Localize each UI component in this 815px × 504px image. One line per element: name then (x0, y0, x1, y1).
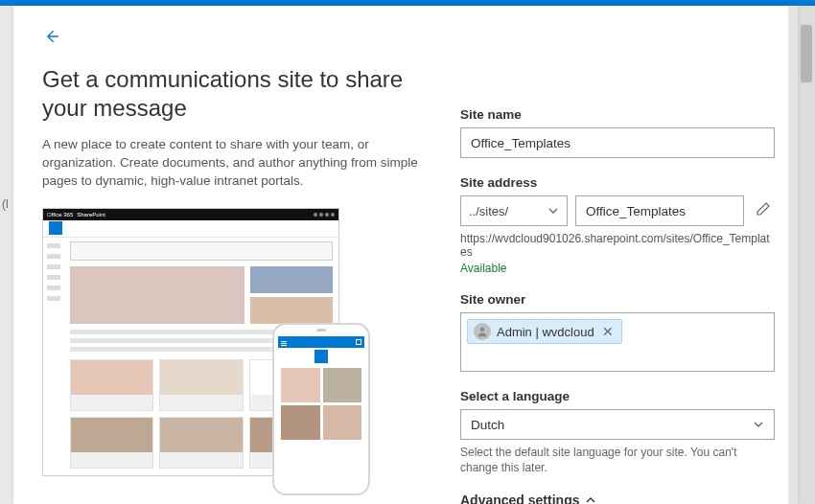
person-icon (474, 323, 491, 340)
advanced-settings-label: Advanced settings (460, 493, 579, 504)
remove-owner-button[interactable]: ✕ (600, 324, 616, 339)
site-address-input[interactable] (575, 195, 744, 226)
language-hint: Select the default site language for you… (460, 445, 775, 475)
preview-phone (272, 323, 370, 495)
owner-name: Admin | wvdcloud (497, 325, 594, 339)
create-site-panel: Get a communications site to share your … (13, 6, 798, 504)
site-name-label: Site name (460, 107, 775, 122)
back-button[interactable] (42, 27, 61, 46)
svg-point-0 (480, 328, 485, 332)
chevron-up-icon (585, 494, 596, 504)
site-address-label: Site address (460, 175, 775, 190)
owner-chip: Admin | wvdcloud ✕ (467, 319, 622, 344)
page-description: A new place to create content to share w… (42, 136, 426, 191)
site-owner-label: Site owner (460, 292, 775, 307)
chevron-down-icon (547, 205, 559, 217)
language-value: Dutch (471, 418, 504, 432)
chevron-down-icon (753, 419, 764, 430)
page-title: Get a communications site to share your … (42, 65, 426, 123)
scrollbar-vertical[interactable] (798, 6, 815, 504)
edit-address-button[interactable] (752, 197, 775, 224)
arrow-left-icon (42, 27, 61, 46)
pencil-icon (756, 201, 771, 217)
site-address-prefix-dropdown[interactable]: ../sites/ (460, 195, 568, 226)
site-preview-illustration: Office 365SharePoint (42, 208, 355, 495)
site-name-input[interactable] (460, 127, 775, 158)
advanced-settings-toggle[interactable]: Advanced settings (460, 493, 775, 504)
site-address-prefix-text: ../sites/ (469, 204, 508, 218)
site-owner-picker[interactable]: Admin | wvdcloud ✕ (460, 312, 775, 372)
language-select[interactable]: Dutch (460, 409, 775, 440)
language-label: Select a language (460, 389, 775, 403)
backdrop-glyph: (l (2, 197, 9, 211)
availability-status: Available (460, 262, 775, 275)
site-full-url: https://wvdcloud901026.sharepoint.com/si… (460, 232, 775, 259)
